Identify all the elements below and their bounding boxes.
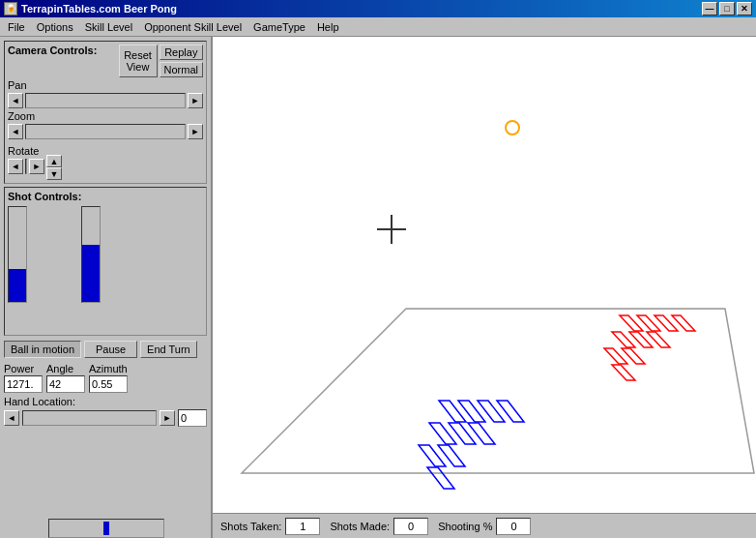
game-scene-svg bbox=[213, 37, 756, 513]
shot-sliders-area bbox=[8, 206, 203, 332]
hand-left-button[interactable]: ◄ bbox=[4, 410, 19, 426]
left-panel: Camera Controls: ResetView Replay Normal… bbox=[0, 37, 213, 538]
shots-made-label: Shots Made: bbox=[330, 521, 390, 532]
action-buttons-row: Ball in motion Pause End Turn bbox=[4, 341, 207, 358]
normal-button[interactable]: Normal bbox=[160, 62, 203, 77]
shots-taken-input[interactable] bbox=[285, 518, 320, 535]
game-3d-area bbox=[213, 37, 756, 513]
shooting-pct-label: Shooting % bbox=[438, 521, 492, 532]
shot-h-slider-area bbox=[48, 412, 184, 538]
title-bar: 🍺 TerrapinTables.com Beer Pong — □ ✕ bbox=[0, 0, 756, 17]
camera-action-buttons: ResetView Replay Normal bbox=[119, 45, 203, 77]
close-button[interactable]: ✕ bbox=[737, 2, 752, 15]
pan-left-button[interactable]: ◄ bbox=[8, 93, 23, 108]
reset-view-button[interactable]: ResetView bbox=[119, 45, 158, 77]
shot-fill-left bbox=[9, 269, 26, 302]
app-icon: 🍺 bbox=[4, 2, 17, 15]
replay-button[interactable]: Replay bbox=[160, 45, 203, 60]
maximize-button[interactable]: □ bbox=[719, 2, 735, 15]
minimize-button[interactable]: — bbox=[702, 2, 717, 15]
rotate-label: Rotate bbox=[8, 145, 44, 157]
power-input[interactable] bbox=[4, 375, 43, 393]
menu-help[interactable]: Help bbox=[311, 19, 345, 35]
zoom-label: Zoom bbox=[8, 110, 203, 122]
menu-gametype[interactable]: GameType bbox=[247, 19, 311, 35]
zoom-slider-row: ◄ ► bbox=[8, 124, 203, 139]
menu-options[interactable]: Options bbox=[31, 19, 79, 35]
game-view: Shots Taken: Shots Made: Shooting % bbox=[213, 37, 756, 538]
pan-label: Pan bbox=[8, 79, 203, 91]
menu-opponent-skill[interactable]: Opponent Skill Level bbox=[138, 19, 247, 35]
svg-rect-0 bbox=[213, 38, 756, 512]
angle-input[interactable] bbox=[46, 375, 85, 393]
camera-controls-section: Camera Controls: ResetView Replay Normal… bbox=[4, 41, 207, 184]
window-controls: — □ ✕ bbox=[702, 2, 752, 15]
status-bar: Shots Taken: Shots Made: Shooting % bbox=[213, 513, 756, 538]
shot-vertical-track-right[interactable] bbox=[81, 206, 101, 303]
shot-horizontal-track[interactable] bbox=[48, 519, 164, 538]
shot-controls-section: Shot Controls: bbox=[4, 187, 207, 336]
zoom-left-button[interactable]: ◄ bbox=[8, 124, 23, 139]
shot-slider-left bbox=[8, 206, 27, 332]
rotate-left-button[interactable]: ◄ bbox=[8, 159, 23, 174]
shot-vertical-track-left[interactable] bbox=[8, 206, 27, 303]
shot-slider-right bbox=[81, 206, 101, 332]
menu-skill-level[interactable]: Skill Level bbox=[79, 19, 139, 35]
azimuth-field: Azimuth bbox=[89, 363, 128, 393]
shooting-pct-input[interactable] bbox=[496, 518, 531, 535]
rotate-slider-track[interactable] bbox=[25, 159, 27, 174]
shot-fill-right bbox=[82, 245, 100, 302]
shot-controls-label: Shot Controls: bbox=[8, 191, 81, 202]
zoom-right-button[interactable]: ► bbox=[188, 124, 203, 139]
hand-location-label: Hand Location: bbox=[4, 396, 75, 407]
power-label: Power bbox=[4, 363, 43, 374]
angle-label: Angle bbox=[46, 363, 85, 374]
pause-button[interactable]: Pause bbox=[84, 341, 137, 358]
angle-field: Angle bbox=[46, 363, 85, 393]
menu-bar: File Options Skill Level Opponent Skill … bbox=[0, 17, 756, 37]
shooting-pct-field: Shooting % bbox=[438, 518, 531, 535]
pan-slider-row: ◄ ► bbox=[8, 93, 203, 108]
app-title: TerrapinTables.com Beer Pong bbox=[21, 3, 177, 15]
zoom-slider-track[interactable] bbox=[25, 124, 186, 139]
azimuth-label: Azimuth bbox=[89, 363, 128, 374]
shots-made-field: Shots Made: bbox=[330, 518, 428, 535]
rotate-slider-row: ◄ ► bbox=[8, 159, 44, 174]
shot-horizontal-thumb bbox=[103, 522, 109, 535]
main-layout: Camera Controls: ResetView Replay Normal… bbox=[0, 37, 756, 538]
pan-right-button[interactable]: ► bbox=[188, 93, 203, 108]
camera-controls-label: Camera Controls: bbox=[8, 45, 97, 56]
ball-in-motion-button[interactable]: Ball in motion bbox=[4, 341, 81, 358]
pan-slider-track[interactable] bbox=[25, 93, 186, 108]
rotate-down-button[interactable]: ▼ bbox=[46, 167, 62, 180]
shots-taken-field: Shots Taken: bbox=[220, 518, 320, 535]
end-turn-button[interactable]: End Turn bbox=[140, 341, 197, 358]
shots-taken-label: Shots Taken: bbox=[220, 521, 281, 532]
shots-made-input[interactable] bbox=[393, 518, 428, 535]
rotate-right-button[interactable]: ► bbox=[29, 159, 44, 174]
menu-file[interactable]: File bbox=[2, 19, 31, 35]
rotate-up-button[interactable]: ▲ bbox=[46, 155, 62, 167]
power-field: Power bbox=[4, 363, 43, 393]
power-angle-azimuth-row: Power Angle Azimuth bbox=[4, 363, 207, 393]
azimuth-input[interactable] bbox=[89, 375, 128, 393]
